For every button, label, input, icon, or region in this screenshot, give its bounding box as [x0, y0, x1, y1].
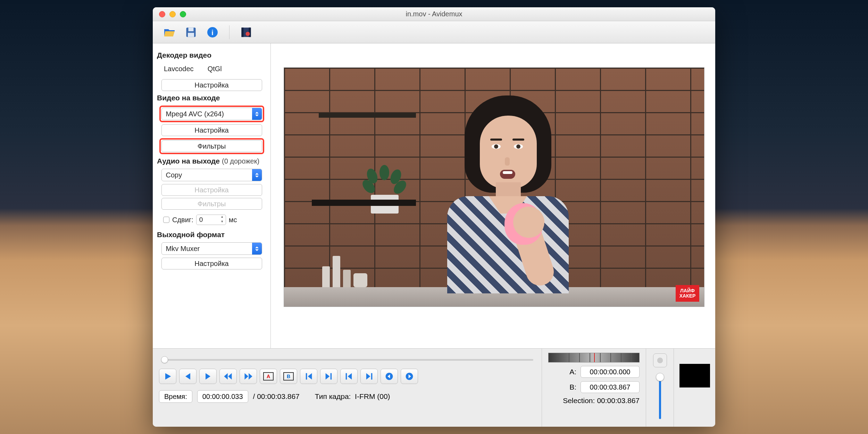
video-output-header: Видео на выходе — [157, 94, 266, 102]
volume-slider[interactable] — [659, 374, 661, 419]
duration-value: 00:00:03.867 — [257, 392, 300, 400]
rewind-button[interactable] — [219, 369, 237, 384]
fast-fwd-button[interactable] — [240, 369, 257, 384]
open-icon[interactable] — [163, 26, 176, 39]
time-label: Время: — [159, 390, 192, 403]
timeline-slider[interactable] — [159, 356, 535, 364]
selection-panel: A: 00:00:00.000 B: 00:00:03.867 Selectio… — [542, 349, 646, 427]
marker-a-row: A: 00:00:00.000 — [548, 366, 640, 378]
titlebar: in.mov - Avidemux — [153, 7, 715, 21]
audio-codec-select[interactable]: Copy — [161, 169, 262, 181]
next-black-button[interactable] — [401, 369, 418, 384]
audio-tracks-note: (0 дорожек) — [222, 157, 259, 165]
muxer-value: Mkv Muxer — [162, 245, 252, 253]
prev-keyframe-button[interactable] — [340, 369, 358, 384]
output-format-header: Выходной формат — [157, 231, 266, 239]
step-fwd-button[interactable] — [199, 369, 217, 384]
audio-output-header: Аудио на выходе (0 дорожек) — [157, 157, 266, 165]
video-filters-button[interactable]: Фильтры — [161, 140, 262, 152]
decoder-info: Lavcodec QtGl — [157, 63, 266, 77]
shift-checkbox[interactable] — [163, 217, 169, 223]
video-filters-icon[interactable] — [240, 26, 252, 39]
selection-row: Selection: 00:00:03.867 — [548, 397, 640, 405]
decoder-header: Декодер видео — [157, 51, 266, 59]
muxer-select[interactable]: Mkv Muxer — [161, 242, 262, 255]
set-marker-a-button[interactable]: A — [260, 369, 277, 384]
step-back-button[interactable] — [179, 369, 197, 384]
app-window: in.mov - Avidemux i Декодер видео Lavcod… — [153, 7, 715, 427]
shift-label: Сдвиг: — [172, 216, 193, 224]
prev-black-button[interactable] — [381, 369, 398, 384]
time-input[interactable]: 00:00:00.033 — [197, 390, 248, 403]
highlight-video-filters: Фильтры — [159, 138, 264, 154]
svg-rect-2 — [188, 33, 194, 37]
volume-panel — [646, 349, 674, 427]
decoder-codec: Lavcodec — [164, 65, 194, 73]
decoder-config-button[interactable]: Настройка — [161, 79, 262, 91]
thumbnail-panel — [674, 349, 715, 427]
frame-type: Тип кадра: I-FRM (00) — [315, 392, 390, 401]
chevron-updown-icon — [252, 169, 262, 181]
bottom-panel: A B Время: 00:00:00.033 / 00:00:03.867 Т… — [153, 348, 715, 427]
svg-rect-6 — [242, 27, 244, 37]
muxer-config-button[interactable]: Настройка — [161, 258, 262, 269]
highlight-video-codec: Mpeg4 AVC (x264) — [159, 106, 264, 122]
window-title: in.mov - Avidemux — [153, 10, 715, 18]
video-frame: ЛАЙФ ХАКЕР — [284, 68, 704, 307]
shift-spinner[interactable]: 0 ▲▼ — [196, 215, 226, 225]
badge-line2: ХАКЕР — [679, 293, 696, 299]
goto-start-button[interactable] — [300, 369, 317, 384]
set-marker-b-button[interactable]: B — [280, 369, 297, 384]
stepper-icon[interactable]: ▲▼ — [219, 215, 226, 225]
svg-rect-1 — [189, 27, 194, 31]
video-config-button[interactable]: Настройка — [161, 124, 262, 136]
chevron-updown-icon — [252, 108, 262, 120]
speaker-icon[interactable] — [653, 353, 667, 367]
audio-codec-value: Copy — [162, 171, 252, 179]
video-codec-value: Mpeg4 AVC (x264) — [162, 110, 252, 118]
audio-filters-button: Фильтры — [161, 198, 262, 210]
svg-text:i: i — [211, 28, 214, 36]
frame-type-value: I-FRM (00) — [355, 392, 390, 400]
shift-unit: мс — [229, 216, 237, 224]
audio-shift-row: Сдвиг: 0 ▲▼ мс — [157, 212, 266, 228]
marker-b-label: B: — [569, 383, 576, 391]
frame-type-label: Тип кадра: — [315, 392, 351, 400]
chevron-updown-icon — [252, 243, 262, 254]
decoder-render: QtGl — [208, 65, 222, 73]
selection-label: Selection: — [563, 397, 595, 405]
video-preview-area: ЛАЙФ ХАКЕР — [271, 43, 715, 348]
main-area: Декодер видео Lavcodec QtGl Настройка Ви… — [153, 43, 715, 348]
toolbar-separator — [229, 25, 229, 39]
duration-label: / 00:00:03.867 — [253, 392, 300, 401]
playback-buttons: A B — [159, 369, 535, 384]
slider-thumb-icon[interactable] — [161, 356, 168, 363]
watermark-badge: ЛАЙФ ХАКЕР — [676, 285, 699, 302]
thumbnail — [679, 364, 710, 387]
time-row: Время: 00:00:00.033 / 00:00:03.867 Тип к… — [159, 390, 535, 403]
info-icon[interactable]: i — [206, 26, 219, 39]
video-codec-select[interactable]: Mpeg4 AVC (x264) — [161, 108, 262, 120]
slider-thumb-icon[interactable] — [656, 373, 664, 381]
badge-line1: ЛАЙФ — [680, 288, 695, 293]
play-button[interactable] — [159, 369, 176, 384]
next-keyframe-button[interactable] — [360, 369, 378, 384]
selection-value: 00:00:03.867 — [597, 397, 640, 405]
marker-a-label: A: — [569, 368, 576, 376]
audio-output-label: Аудио на выходе — [157, 157, 220, 165]
marker-b-value[interactable]: 00:00:03.867 — [581, 381, 640, 393]
vu-meter — [548, 353, 640, 362]
audio-config-button: Настройка — [161, 184, 262, 196]
goto-end-button[interactable] — [320, 369, 337, 384]
marker-a-value[interactable]: 00:00:00.000 — [581, 366, 640, 378]
toolbar: i — [153, 21, 715, 43]
save-icon[interactable] — [185, 26, 197, 39]
marker-b-row: B: 00:00:03.867 — [548, 381, 640, 393]
transport-panel: A B Время: 00:00:00.033 / 00:00:03.867 Т… — [153, 349, 542, 427]
shift-value: 0 — [197, 216, 219, 224]
svg-point-8 — [246, 32, 250, 36]
sidebar: Декодер видео Lavcodec QtGl Настройка Ви… — [153, 43, 271, 348]
